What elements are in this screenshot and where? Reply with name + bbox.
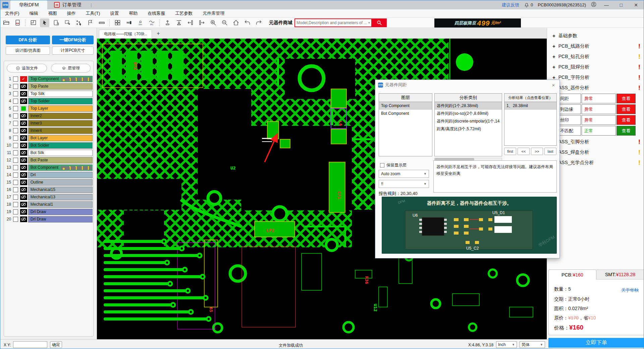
menu-item-2[interactable]: 视图 bbox=[48, 10, 57, 16]
eye-off-icon[interactable] bbox=[20, 128, 27, 134]
undo-icon[interactable] bbox=[243, 18, 252, 27]
add-file-button[interactable]: 追加文件 bbox=[7, 64, 47, 72]
expand-plus-icon[interactable]: + bbox=[552, 54, 555, 59]
expand-plus-icon[interactable]: + bbox=[552, 43, 555, 49]
eye-off-icon[interactable] bbox=[20, 209, 27, 215]
eye-off-icon[interactable] bbox=[20, 165, 27, 170]
layer-visibility-checkbox[interactable] bbox=[13, 84, 18, 89]
eye-off-icon[interactable] bbox=[20, 98, 27, 104]
eye-off-icon[interactable] bbox=[20, 120, 27, 126]
layer-visibility-checkbox[interactable] bbox=[13, 113, 18, 118]
dialog-layer-item-1[interactable]: Bot Component bbox=[379, 110, 432, 117]
layer-visibility-checkbox[interactable] bbox=[13, 99, 18, 104]
ruler-icon[interactable] bbox=[97, 18, 106, 27]
component-search-box[interactable]: ▾ bbox=[294, 18, 372, 27]
dialog-result-item-0[interactable]: 1、28.38mil bbox=[504, 102, 556, 110]
nav-last-button[interactable]: last bbox=[544, 148, 556, 155]
search-input[interactable] bbox=[295, 20, 368, 25]
nav-prev-button[interactable]: << bbox=[518, 148, 530, 155]
open-folder-icon[interactable] bbox=[1, 18, 11, 27]
layer-row-mechanical15[interactable]: 16Mechanical15 bbox=[5, 186, 93, 193]
tree-item-基础参数[interactable]: +基础参数 bbox=[547, 31, 644, 41]
tree-item-ASS_器件分析[interactable]: +ASS_器件分析! bbox=[547, 83, 644, 93]
design-sim-button[interactable]: 设计图/仿真图 bbox=[6, 46, 50, 55]
dialog-category-item-0[interactable]: 器件间距(1个,28.38mil) bbox=[435, 102, 502, 110]
layer-name[interactable]: Top Component bbox=[28, 76, 93, 82]
eye-off-icon[interactable] bbox=[20, 135, 27, 141]
tab-order-manage[interactable]: H 订单管理 bbox=[47, 0, 88, 9]
layer-row-bot-layer[interactable]: 9Bot Layer bbox=[5, 134, 93, 142]
layer-row-drl-draw[interactable]: 20Drl Draw bbox=[5, 215, 93, 223]
layer-name[interactable]: Top Layer bbox=[28, 105, 93, 112]
layer-name[interactable]: Drl bbox=[28, 172, 93, 178]
nav-next-button[interactable]: >> bbox=[531, 148, 543, 155]
eye-off-icon[interactable] bbox=[20, 187, 27, 193]
expand-plus-icon[interactable]: + bbox=[552, 64, 555, 70]
view-button[interactable]: 查看 bbox=[616, 94, 636, 103]
minimize-button[interactable]: — bbox=[601, 2, 611, 8]
layer-row-top-solder[interactable]: 4Top Solder bbox=[5, 97, 93, 105]
dialog-category-item-2[interactable]: 器件间距(discrete-smtpolar)(1个,14 bbox=[435, 117, 502, 125]
menu-item-9[interactable]: 元件库管理 bbox=[203, 10, 224, 16]
close-button[interactable]: ✕ bbox=[631, 2, 641, 8]
impedance-ohm-icon[interactable]: ΩOhm bbox=[136, 18, 145, 27]
layer-name[interactable]: Bot Layer bbox=[28, 135, 93, 141]
layer-row-outline[interactable]: 15Outline bbox=[5, 179, 93, 186]
layer-visibility-checkbox[interactable] bbox=[13, 195, 18, 200]
layer-visibility-checkbox[interactable] bbox=[13, 128, 18, 133]
layer-visibility-checkbox[interactable] bbox=[13, 136, 18, 141]
xy-coordinate-input[interactable] bbox=[13, 341, 47, 348]
dialog-layer-item-0[interactable]: Top Component bbox=[379, 102, 432, 110]
layer-name[interactable]: Inner3 bbox=[28, 120, 93, 127]
promo-banner[interactable]: 四层板降至 499 元/m² bbox=[434, 18, 521, 28]
eye-off-icon[interactable] bbox=[20, 180, 27, 185]
menu-item-4[interactable]: 工具(T) bbox=[86, 10, 100, 16]
eye-off-icon[interactable] bbox=[20, 172, 27, 178]
view-button[interactable]: 查看 bbox=[616, 104, 636, 114]
severity-select[interactable]: !!▼ bbox=[379, 180, 429, 188]
align-top-icon[interactable] bbox=[163, 18, 172, 27]
ipc-netlist-icon[interactable]: IPC bbox=[147, 18, 156, 27]
layer-name[interactable]: Mechanical13 bbox=[28, 194, 93, 200]
layer-visibility-checkbox[interactable] bbox=[13, 77, 18, 82]
dialog-close-icon[interactable]: × bbox=[550, 82, 557, 88]
layer-visibility-checkbox[interactable] bbox=[13, 143, 18, 148]
tree-item-ASS_焊盘分析[interactable]: +ASS_焊盘分析! bbox=[547, 147, 644, 157]
layer-row-bot-silk[interactable]: 11Bot Silk bbox=[5, 149, 93, 156]
component-disable-icon[interactable]: N0 bbox=[124, 18, 133, 27]
layer-visibility-checkbox[interactable] bbox=[13, 202, 18, 207]
layer-manage-button[interactable]: 层管理 bbox=[51, 64, 91, 72]
fit-home-icon[interactable] bbox=[231, 18, 240, 27]
tree-item-ASS_引脚分析[interactable]: +ASS_引脚分析! bbox=[547, 137, 644, 147]
layer-visibility-checkbox[interactable] bbox=[13, 121, 18, 126]
menu-item-8[interactable]: 工艺参数 bbox=[175, 10, 193, 16]
layer-name[interactable]: Bot Silk bbox=[28, 150, 93, 156]
layer-visibility-checkbox[interactable] bbox=[13, 165, 18, 170]
layer-row-top-silk[interactable]: 3Top Silk bbox=[5, 90, 93, 97]
layout-view-icon[interactable] bbox=[29, 18, 38, 27]
layer-row-drl[interactable]: 14Drl bbox=[5, 171, 93, 179]
zoom-out-icon[interactable] bbox=[220, 18, 229, 27]
notification-bell-icon[interactable]: 0 bbox=[524, 2, 533, 8]
layer-check-icon[interactable]: ✓ bbox=[20, 76, 27, 82]
layer-visibility-checkbox[interactable] bbox=[13, 209, 18, 214]
add-tab-button[interactable]: + bbox=[155, 30, 162, 37]
tree-item-ASS_光学点分析[interactable]: +ASS_光学点分析! bbox=[547, 157, 644, 168]
layer-name[interactable]: Mechanical15 bbox=[28, 187, 93, 193]
feedback-link[interactable]: 建议反馈 bbox=[502, 2, 519, 8]
layer-row-top-layer[interactable]: 5Top Layer bbox=[5, 105, 93, 112]
menu-item-1[interactable]: 编辑 bbox=[30, 10, 38, 16]
nav-first-button[interactable]: first bbox=[504, 148, 516, 155]
dialog-category-item-3[interactable]: 距离/高度比(3个,5.72mil) bbox=[435, 125, 502, 133]
select-cursor-icon[interactable] bbox=[40, 18, 49, 27]
layer-visibility-checkbox[interactable] bbox=[13, 187, 18, 192]
view-button[interactable]: 查看 bbox=[616, 126, 636, 136]
layer-visibility-checkbox[interactable] bbox=[13, 172, 18, 178]
tab-huaqiu-dfm[interactable]: 华秋DFM bbox=[10, 0, 47, 9]
tree-item-PCB_线路分析[interactable]: +PCB_线路分析! bbox=[547, 41, 644, 51]
panelize-icon[interactable] bbox=[113, 18, 122, 27]
dfa-analyze-button[interactable]: DFA 分析 bbox=[6, 36, 50, 44]
layer-row-bot-solder[interactable]: 10Bot Solder bbox=[5, 142, 93, 149]
layer-visibility-checkbox[interactable] bbox=[13, 150, 18, 155]
menu-item-5[interactable]: 设置 bbox=[110, 10, 119, 16]
